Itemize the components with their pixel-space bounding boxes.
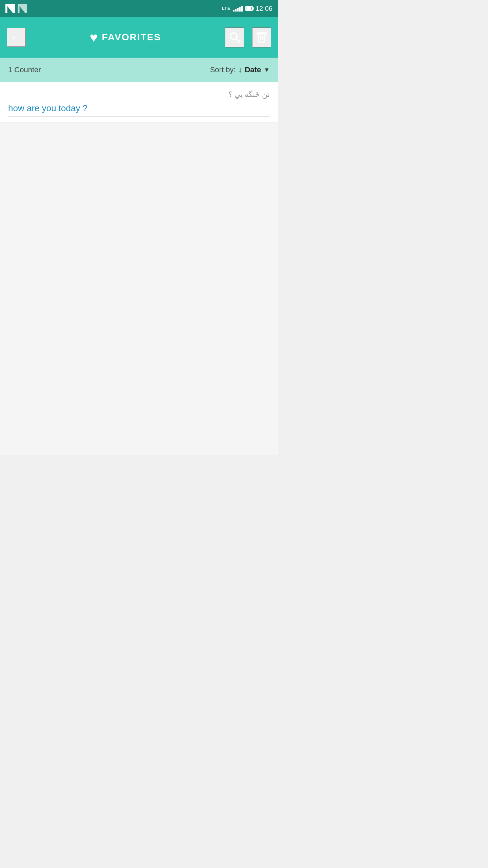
search-button[interactable] bbox=[225, 27, 244, 47]
app-bar: ← ♥ FAVORITES bbox=[0, 17, 278, 58]
app-bar-center: ♥ FAVORITES bbox=[90, 30, 161, 45]
app-bar-right bbox=[225, 27, 271, 47]
lte-indicator: LTE bbox=[222, 6, 230, 11]
signal-bar-5 bbox=[241, 6, 243, 12]
page-title: FAVORITES bbox=[102, 32, 161, 43]
item-arabic-text: نن خَنگه يي ؟ bbox=[8, 90, 270, 99]
svg-rect-2 bbox=[257, 33, 266, 34]
svg-line-1 bbox=[236, 39, 240, 42]
main-content: نن خَنگه يي ؟ how are you today ? bbox=[0, 82, 278, 455]
sort-area[interactable]: Sort by: ↓ Date ▼ bbox=[210, 65, 270, 74]
back-arrow-icon: ← bbox=[10, 30, 22, 44]
battery-fill bbox=[246, 7, 251, 10]
status-time: 12:06 bbox=[256, 5, 272, 13]
battery-icon bbox=[245, 6, 253, 11]
sort-by-label: Sort by: bbox=[210, 65, 236, 74]
trash-icon bbox=[256, 31, 268, 43]
signal-bar-2 bbox=[235, 9, 237, 12]
app-bar-left: ← bbox=[7, 28, 26, 47]
status-bar-left bbox=[5, 4, 27, 13]
item-divider bbox=[8, 116, 270, 117]
status-bar: LTE 12:06 bbox=[0, 0, 278, 17]
delete-button[interactable] bbox=[252, 27, 271, 47]
sort-direction-icon: ↓ bbox=[238, 65, 242, 74]
signal-bar-3 bbox=[237, 8, 239, 12]
item-translation-text: how are you today ? bbox=[8, 103, 270, 114]
signal-bar-4 bbox=[239, 7, 241, 12]
search-icon bbox=[228, 31, 241, 43]
dropdown-chevron-icon: ▼ bbox=[264, 66, 270, 74]
signal-bars bbox=[233, 5, 243, 12]
counter-label: 1 Counter bbox=[8, 65, 41, 74]
back-button[interactable]: ← bbox=[7, 28, 26, 47]
notification-icon-1 bbox=[5, 4, 15, 13]
filter-bar: 1 Counter Sort by: ↓ Date ▼ bbox=[0, 58, 278, 82]
list-item[interactable]: نن خَنگه يي ؟ how are you today ? bbox=[0, 82, 278, 122]
sort-value-label: Date bbox=[245, 65, 261, 74]
signal-bar-1 bbox=[233, 10, 235, 12]
status-bar-right: LTE 12:06 bbox=[222, 5, 272, 13]
notification-icon-2 bbox=[18, 4, 27, 13]
heart-icon: ♥ bbox=[90, 30, 98, 45]
